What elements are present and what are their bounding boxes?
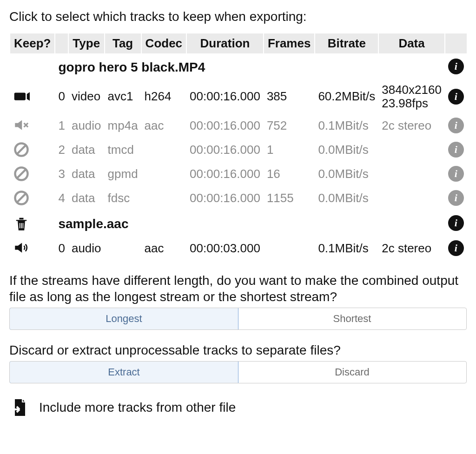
length-segmented-control: Longest Shortest — [9, 308, 467, 330]
track-duration: 00:00:16.000 — [187, 79, 263, 113]
track-frames: 385 — [264, 79, 315, 113]
track-duration: 00:00:16.000 — [187, 162, 263, 186]
muted-icon[interactable] — [13, 117, 52, 134]
info-icon[interactable]: i — [448, 59, 464, 74]
track-data: 2c stereo — [379, 113, 444, 138]
track-codec — [142, 162, 186, 186]
track-frames: 16 — [264, 162, 315, 186]
ban-icon[interactable] — [13, 190, 52, 206]
file-header-row: sample.aaci — [10, 210, 467, 236]
track-index: 3 — [55, 162, 67, 186]
track-bitrate: 60.2MBit/s — [315, 79, 378, 113]
track-tag: tmcd — [105, 138, 141, 162]
track-index: 0 — [55, 236, 67, 260]
track-bitrate: 0.1MBit/s — [315, 113, 378, 138]
col-type: Type — [69, 33, 104, 53]
track-duration: 00:00:16.000 — [187, 138, 263, 162]
discard-segmented-control: Extract Discard — [9, 361, 467, 383]
ban-icon[interactable] — [13, 165, 52, 182]
track-frames: 1155 — [264, 186, 315, 210]
track-data — [379, 186, 444, 210]
audio-icon[interactable] — [13, 240, 52, 257]
col-tag: Tag — [105, 33, 141, 53]
info-icon[interactable]: i — [448, 142, 464, 158]
file-header-row: gopro hero 5 black.MP4i — [10, 53, 467, 79]
track-codec — [142, 138, 186, 162]
info-icon[interactable]: i — [448, 240, 464, 256]
track-codec: aac — [142, 113, 186, 138]
file-name: sample.aac — [55, 210, 444, 236]
ban-icon[interactable] — [13, 141, 52, 158]
track-tag: mp4a — [105, 113, 141, 138]
col-keep: Keep? — [10, 33, 54, 53]
include-more-label: Include more tracks from other file — [39, 400, 236, 415]
track-duration: 00:00:16.000 — [187, 186, 263, 210]
video-icon[interactable] — [13, 88, 52, 105]
info-icon[interactable]: i — [448, 215, 464, 231]
track-tag: fdsc — [105, 186, 141, 210]
col-bitrate: Bitrate — [315, 33, 378, 53]
track-type: data — [69, 186, 104, 210]
track-row[interactable]: 4datafdsc00:00:16.00011550.0MBit/si — [10, 186, 467, 210]
col-frames: Frames — [264, 33, 315, 53]
track-type: data — [69, 162, 104, 186]
track-row[interactable]: 0videoavc1h26400:00:16.00038560.2MBit/s3… — [10, 79, 467, 113]
discard-option-extract[interactable]: Extract — [9, 361, 238, 383]
col-codec: Codec — [142, 33, 186, 53]
track-data: 3840x216023.98fps — [379, 79, 444, 113]
track-type: audio — [69, 236, 104, 260]
track-data: 2c stereo — [379, 236, 444, 260]
discard-question: Discard or extract unprocessable tracks … — [9, 342, 467, 358]
track-tag: avc1 — [105, 79, 141, 113]
track-bitrate: 0.0MBit/s — [315, 162, 378, 186]
track-row[interactable]: 1audiomp4aaac00:00:16.0007520.1MBit/s2c … — [10, 113, 467, 138]
length-option-longest[interactable]: Longest — [9, 308, 238, 330]
track-row[interactable]: 2datatmcd00:00:16.00010.0MBit/si — [10, 138, 467, 162]
track-bitrate: 0.0MBit/s — [315, 138, 378, 162]
file-import-icon — [9, 397, 30, 418]
track-type: audio — [69, 113, 104, 138]
track-index: 0 — [55, 79, 67, 113]
table-header-row: Keep? Type Tag Codec Duration Frames Bit… — [10, 33, 467, 53]
info-icon[interactable]: i — [448, 190, 464, 206]
trash-icon[interactable] — [13, 215, 52, 231]
tracks-table: Keep? Type Tag Codec Duration Frames Bit… — [9, 33, 468, 260]
info-icon[interactable]: i — [448, 89, 464, 105]
include-more-button[interactable]: Include more tracks from other file — [9, 397, 467, 418]
track-index: 4 — [55, 186, 67, 210]
track-duration: 00:00:03.000 — [187, 236, 263, 260]
track-tag: gpmd — [105, 162, 141, 186]
track-bitrate: 0.0MBit/s — [315, 186, 378, 210]
track-index: 1 — [55, 113, 67, 138]
track-frames — [264, 236, 315, 260]
instruction-text: Click to select which tracks to keep whe… — [9, 9, 467, 24]
info-icon[interactable]: i — [448, 118, 464, 133]
file-name: gopro hero 5 black.MP4 — [55, 53, 444, 79]
track-data — [379, 162, 444, 186]
track-bitrate: 0.1MBit/s — [315, 236, 378, 260]
track-type: video — [69, 79, 104, 113]
track-codec: aac — [142, 236, 186, 260]
track-frames: 752 — [264, 113, 315, 138]
col-data: Data — [379, 33, 444, 53]
col-duration: Duration — [187, 33, 263, 53]
track-tag — [105, 236, 141, 260]
track-type: data — [69, 138, 104, 162]
length-question: If the streams have different length, do… — [9, 272, 467, 305]
track-duration: 00:00:16.000 — [187, 113, 263, 138]
info-icon[interactable]: i — [448, 166, 464, 182]
discard-option-discard[interactable]: Discard — [238, 362, 466, 383]
track-frames: 1 — [264, 138, 315, 162]
length-option-shortest[interactable]: Shortest — [238, 308, 466, 329]
track-data — [379, 138, 444, 162]
track-codec: h264 — [142, 79, 186, 113]
track-row[interactable]: 3datagpmd00:00:16.000160.0MBit/si — [10, 162, 467, 186]
track-index: 2 — [55, 138, 67, 162]
track-codec — [142, 186, 186, 210]
track-row[interactable]: 0audioaac00:00:03.0000.1MBit/s2c stereoi — [10, 236, 467, 260]
